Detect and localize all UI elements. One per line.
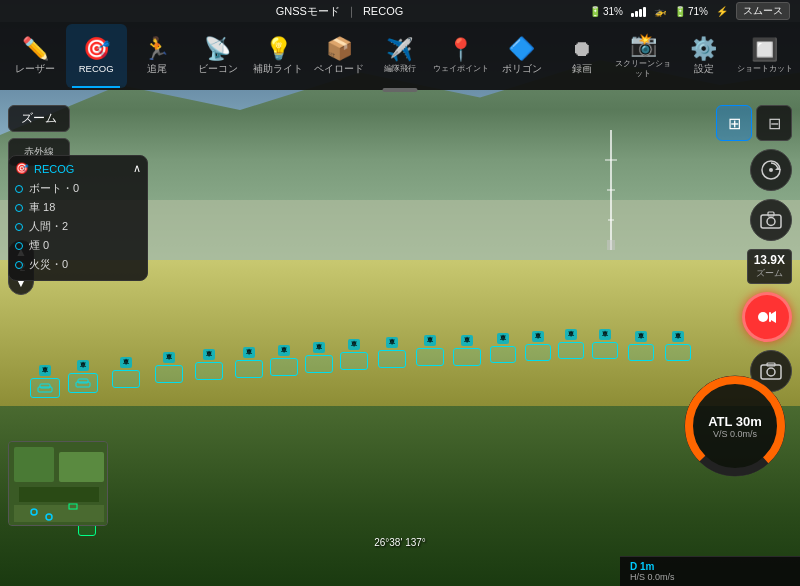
svg-rect-16 (14, 447, 54, 482)
person-indicator (15, 223, 23, 231)
nav-label-shortcut: ショートカット (737, 64, 793, 74)
detection-car-10[interactable]: 車 (378, 350, 406, 368)
signal-bar-2 (635, 11, 638, 17)
nav-label-follow: 追尾 (147, 63, 167, 74)
mini-map[interactable] (8, 441, 108, 526)
svg-rect-17 (59, 452, 104, 482)
detection-car-3[interactable]: 車 (112, 370, 140, 388)
detection-car-7[interactable]: 車 (270, 358, 298, 376)
record-button[interactable] (742, 292, 792, 342)
detection-car-12[interactable]: 車 (453, 348, 481, 366)
smooth-button[interactable]: スムース (736, 2, 790, 20)
view-toggle: ⊞ ⊟ (716, 105, 792, 141)
zoom-label: 13.9X ズーム (747, 249, 792, 284)
nav-item-payload[interactable]: 📦 ペイロード (309, 24, 370, 88)
nav-item-follow[interactable]: 🏃 追尾 (127, 24, 188, 88)
nav-item-formation[interactable]: ✈️ 編隊飛行 (370, 24, 431, 88)
record-icon: ⏺ (571, 38, 593, 60)
detection-car-1[interactable]: 車 (30, 378, 60, 398)
nav-item-recog[interactable]: 🎯 RECOG (66, 24, 127, 88)
svg-rect-11 (769, 312, 771, 322)
gauge-vs-label: V/S 0.0m/s (708, 429, 762, 439)
nav-bar: ✏️ レーザー 🎯 RECOG 🏃 追尾 📡 ビーコン 💡 補助ライト 📦 ペイ… (0, 22, 800, 90)
view-split-button[interactable]: ⊟ (756, 105, 792, 141)
detection-car-16[interactable]: 車 (592, 342, 618, 359)
recog-panel-header[interactable]: 🎯 RECOG ∧ (15, 162, 141, 175)
handle-bar (383, 88, 418, 92)
nav-item-shortcut[interactable]: 🔲 ショートカット (734, 24, 795, 88)
telemetry-section: D 1m H/S 0.0m/s (620, 556, 800, 586)
detection-car-13[interactable]: 車 (490, 346, 516, 363)
recog-panel: 🎯 RECOG ∧ ボート・0 車 18 人間・2 煙 0 火災・0 (8, 155, 148, 281)
recog-collapse-icon[interactable]: ∧ (133, 162, 141, 175)
recog-panel-title: RECOG (34, 163, 74, 175)
payload-icon: 📦 (326, 38, 353, 60)
formation-icon: ✈️ (386, 39, 413, 61)
nav-item-polygon[interactable]: 🔷 ポリゴン (491, 24, 552, 88)
nav-item-waypoint[interactable]: 📍 ウェイポイント (430, 24, 491, 88)
recog-item-smoke: 煙 0 (15, 236, 141, 255)
nav-label-beacon: ビーコン (198, 63, 238, 74)
detection-car-15[interactable]: 車 (558, 342, 584, 359)
view-grid-button[interactable]: ⊞ (716, 105, 752, 141)
detection-car-4[interactable]: 車 (155, 365, 183, 383)
nav-item-record[interactable]: ⏺ 録画 (552, 24, 613, 88)
detection-car-14[interactable]: 車 (525, 344, 551, 361)
settings-refresh-button[interactable] (750, 149, 792, 191)
shortcut-icon: 🔲 (751, 39, 778, 61)
nav-item-laser[interactable]: ✏️ レーザー (5, 24, 66, 88)
telem-distance-row: D 1m H/S 0.0m/s (620, 556, 800, 586)
settings-icon: ⚙️ (690, 38, 717, 60)
coordinates: 26°38' 137° (374, 537, 426, 548)
drone-icon: 🚁 (654, 6, 666, 17)
recog-label-car: 車 18 (29, 200, 55, 215)
status-right: 🔋31% 🚁 🔋71% ⚡ スムース (589, 2, 790, 20)
drag-handle[interactable] (383, 88, 418, 92)
recog-label-fire: 火災・0 (29, 257, 68, 272)
coord-lat: 26°38' (374, 537, 402, 548)
svg-rect-19 (14, 505, 104, 522)
camera-button[interactable] (750, 199, 792, 241)
nav-label-assist-light: 補助ライト (253, 63, 303, 74)
status-separator: ｜ (346, 4, 357, 19)
nav-item-screenshot[interactable]: 📸 スクリーンショット (613, 24, 674, 88)
nav-label-formation: 編隊飛行 (384, 64, 416, 74)
charging-icon: ⚡ (716, 6, 728, 17)
zoom-unit: ズーム (754, 267, 785, 280)
nav-item-assist-light[interactable]: 💡 補助ライト (248, 24, 309, 88)
nav-label-recog: RECOG (79, 63, 114, 74)
telem-d-label: D 1m (630, 561, 790, 572)
nav-item-settings[interactable]: ⚙️ 設定 (673, 24, 734, 88)
svg-point-10 (758, 312, 768, 322)
coord-lon: 137° (405, 537, 426, 548)
nav-item-beacon[interactable]: 📡 ビーコン (187, 24, 248, 88)
right-panel: ⊞ ⊟ 13.9X ズーム (716, 105, 792, 392)
battery1-icon: 🔋31% (589, 6, 623, 17)
detection-car-17[interactable]: 車 (628, 344, 654, 361)
signal-bar-3 (639, 9, 642, 17)
recog-item-boat: ボート・0 (15, 179, 141, 198)
detection-car-9[interactable]: 車 (340, 352, 368, 370)
boat-indicator (15, 185, 23, 193)
nav-label-polygon: ポリゴン (502, 63, 542, 74)
nav-label-record: 録画 (572, 63, 592, 74)
detection-car-11[interactable]: 車 (416, 348, 444, 366)
svg-point-8 (767, 218, 775, 226)
gauge-alt-label: ATL 30m (708, 414, 762, 429)
nav-label-screenshot: スクリーンショット (613, 59, 674, 78)
detection-car-8[interactable]: 車 (305, 355, 333, 373)
assist-light-icon: 💡 (265, 38, 292, 60)
smoke-indicator (15, 242, 23, 250)
detection-car-2[interactable]: 車 (68, 373, 98, 393)
waypoint-icon: 📍 (447, 39, 474, 61)
detection-car-18[interactable]: 車 (665, 344, 691, 361)
signal-bar-4 (643, 7, 646, 17)
detection-car-6[interactable]: 車 (235, 360, 263, 378)
zoom-button[interactable]: ズーム (8, 105, 70, 132)
gauge-container: ATL 30m V/S 0.0m/s (675, 366, 795, 486)
recog-label-person: 人間・2 (29, 219, 68, 234)
recog-label-smoke: 煙 0 (29, 238, 49, 253)
nav-label-laser: レーザー (15, 63, 55, 74)
recog-icon: 🎯 (83, 38, 110, 60)
detection-car-5[interactable]: 車 (195, 362, 223, 380)
